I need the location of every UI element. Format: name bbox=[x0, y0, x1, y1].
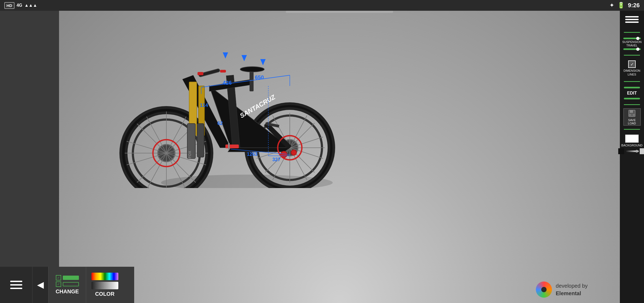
battery-icon: 🔋 bbox=[617, 2, 625, 9]
svg-rect-39 bbox=[220, 70, 226, 73]
right-divider-4 bbox=[624, 104, 640, 105]
dev-line2: Elemental bbox=[556, 290, 588, 297]
green-check-2: ✓ bbox=[56, 282, 61, 287]
svg-rect-35 bbox=[197, 124, 204, 157]
svg-text:SANTACRUZ: SANTACRUZ bbox=[239, 93, 277, 120]
elemental-logo bbox=[536, 282, 552, 298]
dev-text: developed by Elemental bbox=[556, 282, 588, 297]
color-gray-bar bbox=[92, 282, 118, 289]
hamburger-icon bbox=[10, 281, 22, 289]
background-black bbox=[618, 148, 624, 154]
change-section[interactable]: ✓ ✓ CHANGE bbox=[48, 267, 86, 303]
right-menu-line-3 bbox=[625, 21, 639, 23]
background-slider-thumb bbox=[635, 150, 638, 153]
background-group: BACKGROUND bbox=[621, 133, 643, 156]
svg-text:114: 114 bbox=[200, 103, 208, 108]
svg-marker-50 bbox=[241, 55, 247, 61]
network-signal: 4G bbox=[17, 3, 22, 8]
menu-button[interactable] bbox=[0, 267, 32, 303]
svg-text:62: 62 bbox=[217, 121, 223, 126]
svg-text:426: 426 bbox=[223, 80, 232, 86]
svg-text:FOX: FOX bbox=[188, 151, 192, 158]
suspension-thumb-top bbox=[636, 37, 639, 40]
change-icon-row-1: ✓ bbox=[56, 275, 79, 280]
edit-bar-bottom bbox=[624, 98, 640, 99]
time-display: 9:26 bbox=[628, 2, 640, 9]
suspension-travel-group: SUSPENSION TRAVEL bbox=[621, 36, 643, 52]
change-label: CHANGE bbox=[56, 288, 79, 295]
svg-rect-67 bbox=[631, 114, 633, 116]
svg-rect-38 bbox=[197, 72, 203, 75]
hd-badge: HD bbox=[4, 2, 14, 9]
color-spectrum bbox=[92, 273, 118, 280]
suspension-thumb-bottom bbox=[636, 48, 639, 51]
svg-rect-43 bbox=[228, 143, 230, 150]
hamburger-line-1 bbox=[10, 281, 22, 282]
background-swatch[interactable] bbox=[625, 135, 639, 143]
dimension-lines-group: ✓ DIMENSION LINES bbox=[621, 59, 643, 78]
right-divider-3 bbox=[624, 81, 640, 82]
bike-svg-container: FOX SANTACRUZ bbox=[107, 32, 327, 193]
back-arrow-icon: ◀ bbox=[37, 280, 43, 290]
dev-line1: developed by bbox=[556, 282, 588, 290]
edit-group: EDIT bbox=[621, 85, 643, 101]
edit-bar-top bbox=[624, 87, 640, 88]
main-viewport: FOX SANTACRUZ bbox=[59, 11, 620, 303]
status-right: ✦ 🔋 9:26 bbox=[609, 2, 640, 9]
right-menu-button[interactable] bbox=[625, 13, 639, 26]
edit-label: EDIT bbox=[627, 91, 637, 96]
suspension-slider-bottom[interactable] bbox=[623, 48, 641, 50]
signal-bars: ▲▲▲ bbox=[24, 3, 37, 8]
color-section[interactable]: COLOR bbox=[86, 267, 123, 303]
suspension-slider-top[interactable] bbox=[623, 38, 641, 39]
save-load-icon bbox=[628, 109, 636, 118]
right-divider-5 bbox=[624, 129, 640, 130]
bluetooth-icon: ✦ bbox=[609, 2, 614, 9]
svg-text:650: 650 bbox=[255, 74, 264, 80]
dimension-checkbox[interactable]: ✓ bbox=[628, 60, 636, 68]
svg-rect-65 bbox=[630, 110, 633, 113]
svg-marker-49 bbox=[223, 52, 228, 59]
hamburger-line-3 bbox=[10, 288, 22, 289]
right-divider-2 bbox=[624, 55, 640, 56]
dev-credit: developed by Elemental bbox=[536, 282, 588, 298]
green-bar-1 bbox=[63, 276, 79, 280]
svg-point-45 bbox=[291, 150, 297, 155]
bike-svg: FOX SANTACRUZ bbox=[107, 32, 335, 188]
suspension-label: SUSPENSION TRAVEL bbox=[622, 40, 642, 47]
right-sidebar: SUSPENSION TRAVEL ✓ DIMENSION LINES EDIT… bbox=[620, 11, 644, 303]
background-light bbox=[640, 148, 644, 154]
left-sidebar: mavic Mavic ≫K Kore bbox=[0, 11, 59, 303]
right-menu-line-2 bbox=[625, 19, 639, 20]
svg-point-41 bbox=[240, 67, 264, 72]
save-load-button[interactable]: SAVE LOAD bbox=[623, 108, 641, 126]
background-slider-container bbox=[618, 148, 644, 154]
change-icons: ✓ ✓ bbox=[56, 275, 79, 287]
right-menu-line-1 bbox=[625, 16, 639, 17]
status-left: HD 4G ▲▲▲ bbox=[4, 2, 37, 9]
svg-text:327: 327 bbox=[272, 157, 280, 162]
green-bar-2 bbox=[63, 282, 79, 286]
dimension-lines-label: DIMENSION LINES bbox=[624, 69, 640, 76]
background-slider[interactable] bbox=[625, 150, 639, 152]
background-label: BACKGROUND bbox=[621, 144, 643, 147]
save-load-label: SAVE LOAD bbox=[628, 118, 636, 125]
svg-rect-42 bbox=[225, 145, 239, 148]
hamburger-line-2 bbox=[10, 284, 22, 286]
green-check-1: ✓ bbox=[56, 275, 61, 280]
change-icon-row-2: ✓ bbox=[56, 282, 79, 287]
top-scrollbar[interactable] bbox=[286, 11, 393, 13]
color-label: COLOR bbox=[95, 291, 114, 297]
back-button[interactable]: ◀ bbox=[32, 267, 48, 303]
status-bar: HD 4G ▲▲▲ ✦ 🔋 9:26 bbox=[0, 0, 644, 11]
right-divider-1 bbox=[624, 32, 640, 33]
svg-text:1263: 1263 bbox=[247, 152, 258, 157]
bottom-toolbar: ◀ ✓ ✓ CHANGE COLOR bbox=[0, 267, 134, 303]
svg-marker-51 bbox=[260, 59, 266, 65]
